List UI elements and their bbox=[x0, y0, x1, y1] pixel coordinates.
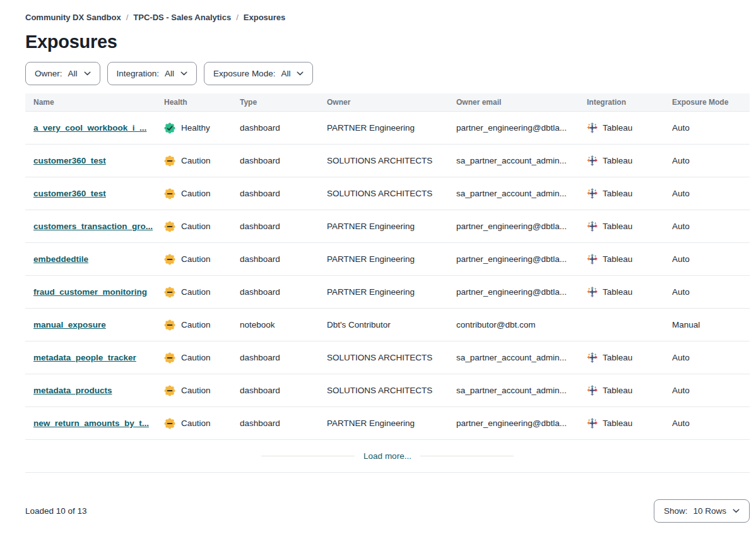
chevron-down-icon bbox=[84, 71, 91, 76]
exposure-name-link[interactable]: metadata_people_tracker bbox=[33, 353, 136, 362]
filter-label: Integration: bbox=[117, 69, 160, 78]
divider bbox=[420, 456, 514, 456]
health-status-icon bbox=[164, 352, 175, 364]
exposure-name-link[interactable]: embeddedtile bbox=[33, 254, 88, 264]
type-value: dashboard bbox=[232, 222, 319, 231]
integration-label: Tableau bbox=[603, 156, 632, 165]
tableau-icon bbox=[587, 254, 598, 264]
exposure-name-link[interactable]: metadata_products bbox=[33, 386, 112, 395]
column-header: Health bbox=[156, 98, 232, 107]
owner-value: Dbt's Contributor bbox=[319, 320, 448, 329]
filter-dropdown[interactable]: Exposure Mode: All bbox=[204, 62, 313, 85]
divider bbox=[261, 456, 355, 456]
type-value: dashboard bbox=[232, 418, 319, 428]
filter-dropdown[interactable]: Integration: All bbox=[107, 62, 198, 85]
breadcrumb-item-label: TPC-DS - Sales Analytics bbox=[133, 13, 231, 22]
filter-label: Owner: bbox=[35, 69, 62, 78]
filter-value: All bbox=[165, 69, 174, 78]
health-label: Healthy bbox=[181, 123, 210, 133]
health-status-icon bbox=[164, 155, 175, 167]
exposure-mode-value: Auto bbox=[664, 353, 750, 362]
breadcrumb: Community DX Sandbox / TPC-DS - Sales An… bbox=[25, 13, 750, 22]
exposure-mode-value: Auto bbox=[664, 123, 750, 133]
table-row: embeddedtile bbox=[25, 243, 750, 276]
show-rows-label: Show: bbox=[664, 506, 688, 516]
type-value: dashboard bbox=[232, 287, 319, 297]
owner-value: PARTNER Engineering bbox=[319, 418, 448, 428]
type-value: notebook bbox=[232, 320, 319, 329]
owner-email-value: contributor@dbt.com bbox=[448, 320, 579, 329]
breadcrumb-item[interactable]: TPC-DS - Sales Analytics bbox=[133, 13, 231, 22]
table-row: manual_exposure bbox=[25, 309, 750, 341]
table-row: metadata_products bbox=[25, 374, 750, 407]
show-rows-dropdown[interactable]: Show: 10 Rows bbox=[654, 499, 750, 523]
exposure-name-link[interactable]: customer360_test bbox=[33, 189, 106, 198]
column-header: Exposure Mode bbox=[664, 98, 750, 107]
breadcrumb-item[interactable]: Community DX Sandbox bbox=[25, 13, 121, 22]
owner-value: SOLUTIONS ARCHITECTS bbox=[319, 353, 448, 362]
health-status-icon bbox=[164, 319, 175, 331]
exposure-name-link[interactable]: a_very_cool_workbook_i_... bbox=[33, 123, 146, 133]
chevron-down-icon bbox=[297, 71, 304, 76]
column-header: Name bbox=[25, 98, 156, 107]
owner-email-value: partner_engineering@dbtla... bbox=[448, 287, 579, 297]
breadcrumb-item-label: Community DX Sandbox bbox=[25, 13, 121, 22]
tableau-icon bbox=[587, 188, 598, 199]
health-label: Caution bbox=[181, 320, 211, 329]
exposure-mode-value: Manual bbox=[664, 320, 750, 329]
health-label: Caution bbox=[181, 189, 211, 198]
filter-dropdown[interactable]: Owner: All bbox=[25, 62, 100, 85]
exposures-page: Community DX Sandbox / TPC-DS - Sales An… bbox=[0, 0, 756, 523]
breadcrumb-separator: / bbox=[236, 13, 239, 22]
chevron-down-icon bbox=[180, 71, 187, 76]
show-rows-value: 10 Rows bbox=[693, 506, 726, 516]
exposure-name-link[interactable]: fraud_customer_monitoring bbox=[33, 287, 147, 297]
owner-email-value: sa_partner_account_admin... bbox=[448, 189, 579, 198]
tableau-icon bbox=[587, 287, 598, 297]
health-status-icon bbox=[164, 221, 175, 232]
owner-email-value: partner_engineering@dbtla... bbox=[448, 123, 579, 133]
chevron-down-icon bbox=[733, 509, 740, 513]
breadcrumb-separator: / bbox=[126, 13, 129, 22]
breadcrumb-item[interactable]: Exposures bbox=[244, 13, 285, 22]
integration-label: Tableau bbox=[603, 123, 632, 133]
integration-label: Tableau bbox=[603, 222, 632, 231]
type-value: dashboard bbox=[232, 254, 319, 264]
tableau-icon bbox=[587, 122, 598, 133]
tableau-icon bbox=[587, 418, 598, 429]
table-row: metadata_people_tracker bbox=[25, 341, 750, 374]
tableau-icon bbox=[587, 385, 598, 396]
health-label: Caution bbox=[181, 386, 211, 395]
exposure-mode-value: Auto bbox=[664, 189, 750, 198]
health-status-icon bbox=[164, 418, 175, 429]
exposure-name-link[interactable]: new_return_amounts_by_t... bbox=[33, 418, 149, 428]
load-more-link[interactable]: Load more... bbox=[363, 451, 411, 461]
breadcrumb-item-label: Exposures bbox=[244, 13, 285, 22]
table-row: new_return_amounts_by_t... bbox=[25, 407, 750, 440]
page-title: Exposures bbox=[25, 32, 750, 52]
table-body: a_very_cool_workbook_i_... bbox=[25, 112, 750, 440]
health-status-icon bbox=[164, 122, 175, 134]
owner-email-value: partner_engineering@dbtla... bbox=[448, 222, 579, 231]
exposure-mode-value: Auto bbox=[664, 287, 750, 297]
owner-email-value: partner_engineering@dbtla... bbox=[448, 254, 579, 264]
health-label: Caution bbox=[181, 222, 211, 231]
type-value: dashboard bbox=[232, 156, 319, 165]
owner-value: SOLUTIONS ARCHITECTS bbox=[319, 386, 448, 395]
health-status-icon bbox=[164, 287, 175, 298]
integration-label: Tableau bbox=[603, 189, 632, 198]
table-row: customer360_test bbox=[25, 177, 750, 210]
loaded-count-text: Loaded 10 of 13 bbox=[25, 506, 87, 516]
column-header: Owner email bbox=[448, 98, 579, 107]
owner-value: PARTNER Engineering bbox=[319, 222, 448, 231]
exposure-mode-value: Auto bbox=[664, 386, 750, 395]
owner-email-value: sa_partner_account_admin... bbox=[448, 386, 579, 395]
exposure-name-link[interactable]: customers_transaction_gro... bbox=[33, 222, 153, 231]
exposure-name-link[interactable]: manual_exposure bbox=[33, 320, 106, 329]
health-label: Caution bbox=[181, 156, 211, 165]
health-label: Caution bbox=[181, 353, 211, 362]
table-row: customers_transaction_gro... bbox=[25, 210, 750, 243]
type-value: dashboard bbox=[232, 123, 319, 133]
table-row: a_very_cool_workbook_i_... bbox=[25, 112, 750, 145]
exposure-name-link[interactable]: customer360_test bbox=[33, 156, 106, 165]
